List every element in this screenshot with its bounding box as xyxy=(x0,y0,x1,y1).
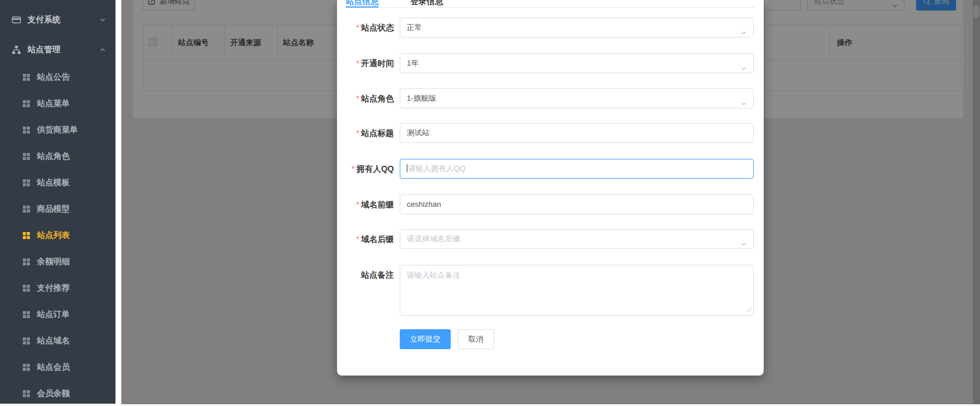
sidebar-item-label: 余额明细 xyxy=(37,257,70,267)
field-select-0[interactable]: 正常 xyxy=(400,18,754,37)
required-asterisk: * xyxy=(356,94,359,103)
chevron-down-icon xyxy=(740,25,747,43)
field-text-5[interactable]: ceshizhan xyxy=(400,195,754,214)
modal-tabbar: 站点信息 登录信息 xyxy=(346,0,755,8)
grid-icon xyxy=(22,126,30,134)
chevron-down-icon xyxy=(99,16,106,23)
field-select-2[interactable]: 1-旗舰版 xyxy=(400,88,754,108)
sidebar-item-7[interactable]: 余额明细 xyxy=(0,249,115,275)
field-value: ceshizhan xyxy=(407,200,441,209)
field-label: 站点备注 xyxy=(337,265,394,285)
required-asterisk: * xyxy=(356,59,359,68)
sidebar-item-5[interactable]: 商品模型 xyxy=(0,196,115,222)
grid-icon xyxy=(22,179,30,187)
sidebar-item-11[interactable]: 站点会员 xyxy=(0,354,115,380)
grid-icon xyxy=(22,311,30,319)
sidebar: 支付系统 站点管理 站点公告站点菜单供货商菜单站点角色站点模板商品模型站点列表余… xyxy=(0,0,115,404)
site-form-modal: 站点信息 登录信息 *站点状态正常*开通时间1年*站点角色1-旗舰版*站点标题测… xyxy=(337,0,764,376)
field-text-4[interactable]: 请输入拥有人QQ xyxy=(400,159,754,179)
sidebar-item-9[interactable]: 站点订单 xyxy=(0,302,115,327)
grid-icon xyxy=(22,205,30,213)
grid-icon xyxy=(22,363,30,371)
required-asterisk: * xyxy=(356,234,359,244)
active-tab-underline xyxy=(346,6,379,8)
credit-card-icon xyxy=(12,15,21,25)
cancel-button[interactable]: 取消 xyxy=(458,329,494,349)
submit-button[interactable]: 立即提交 xyxy=(400,329,451,349)
text-caret xyxy=(407,164,407,172)
sidebar-group-label: 支付系统 xyxy=(28,15,60,25)
sidebar-item-12[interactable]: 会员余额 xyxy=(0,381,115,406)
sidebar-item-label: 站点域名 xyxy=(37,336,70,346)
field-select-6[interactable]: 请选择域名后缀 xyxy=(400,229,754,249)
sidebar-item-8[interactable]: 支付推荐 xyxy=(0,275,115,301)
field-placeholder: 请输入拥有人QQ xyxy=(408,164,465,173)
sidebar-item-label: 站点会员 xyxy=(37,362,70,373)
required-asterisk: * xyxy=(356,128,359,138)
grid-icon xyxy=(22,152,30,161)
grid-icon xyxy=(22,73,30,81)
sidebar-item-label: 商品模型 xyxy=(37,204,70,214)
grid-icon xyxy=(22,100,30,108)
sidebar-item-label: 支付推荐 xyxy=(37,283,70,294)
chevron-down-icon xyxy=(740,236,747,255)
sidebar-item-10[interactable]: 站点域名 xyxy=(0,328,115,354)
field-label: *域名前缀 xyxy=(337,195,394,214)
sidebar-group-label: 站点管理 xyxy=(28,45,60,55)
chevron-down-icon xyxy=(740,95,747,114)
sidebar-item-label: 站点公告 xyxy=(37,72,70,83)
sidebar-item-label: 站点列表 xyxy=(37,230,70,241)
field-value: 正常 xyxy=(407,23,422,32)
field-value: 1-旗舰版 xyxy=(407,94,437,103)
tab-login-info[interactable]: 登录信息 xyxy=(410,0,443,7)
required-asterisk: * xyxy=(356,200,359,209)
required-asterisk: * xyxy=(356,23,359,32)
grid-icon xyxy=(22,258,30,266)
field-select-1[interactable]: 1年 xyxy=(400,53,754,73)
field-placeholder: 请输入站点备注 xyxy=(407,271,460,279)
sidebar-item-label: 供货商菜单 xyxy=(37,125,78,135)
sidebar-item-label: 站点角色 xyxy=(37,151,70,162)
field-label: *开通时间 xyxy=(337,53,394,73)
chevron-down-icon xyxy=(740,60,747,79)
field-label: *站点状态 xyxy=(337,18,394,37)
grid-icon xyxy=(22,337,30,345)
field-value: 测试站 xyxy=(407,128,430,137)
app-window: 支付系统 站点管理 站点公告站点菜单供货商菜单站点角色站点模板商品模型站点列表余… xyxy=(0,0,980,406)
chevron-up-icon xyxy=(99,46,106,53)
field-label: *站点标题 xyxy=(337,123,394,143)
sidebar-item-label: 站点模板 xyxy=(37,178,70,188)
sidebar-item-label: 站点订单 xyxy=(37,309,70,320)
field-label: *拥有人QQ xyxy=(337,159,394,179)
grid-icon xyxy=(22,231,30,240)
field-text-3[interactable]: 测试站 xyxy=(400,123,754,143)
field-value: 1年 xyxy=(407,59,418,67)
field-textarea-7[interactable]: 请输入站点备注 xyxy=(400,265,754,316)
sidebar-item-1[interactable]: 站点菜单 xyxy=(0,91,115,117)
field-placeholder: 请选择域名后缀 xyxy=(407,234,460,243)
required-asterisk: * xyxy=(352,164,355,173)
sidebar-item-label: 站点菜单 xyxy=(37,98,70,109)
field-label: *站点角色 xyxy=(337,88,394,108)
sidebar-item-2[interactable]: 供货商菜单 xyxy=(0,117,115,143)
sidebar-item-label: 会员余额 xyxy=(37,388,70,399)
grid-icon xyxy=(22,390,30,398)
sidebar-group-site-management[interactable]: 站点管理 xyxy=(0,37,115,63)
sidebar-group-payment-system[interactable]: 支付系统 xyxy=(0,7,115,33)
sidebar-item-6[interactable]: 站点列表 xyxy=(0,223,115,248)
grid-icon xyxy=(22,284,30,292)
resize-handle-icon[interactable] xyxy=(746,305,752,314)
field-label: *域名后缀 xyxy=(337,229,394,249)
sitemap-icon xyxy=(12,45,21,54)
sidebar-item-4[interactable]: 站点模板 xyxy=(0,170,115,196)
sidebar-item-0[interactable]: 站点公告 xyxy=(0,64,115,90)
sidebar-item-3[interactable]: 站点角色 xyxy=(0,144,115,169)
